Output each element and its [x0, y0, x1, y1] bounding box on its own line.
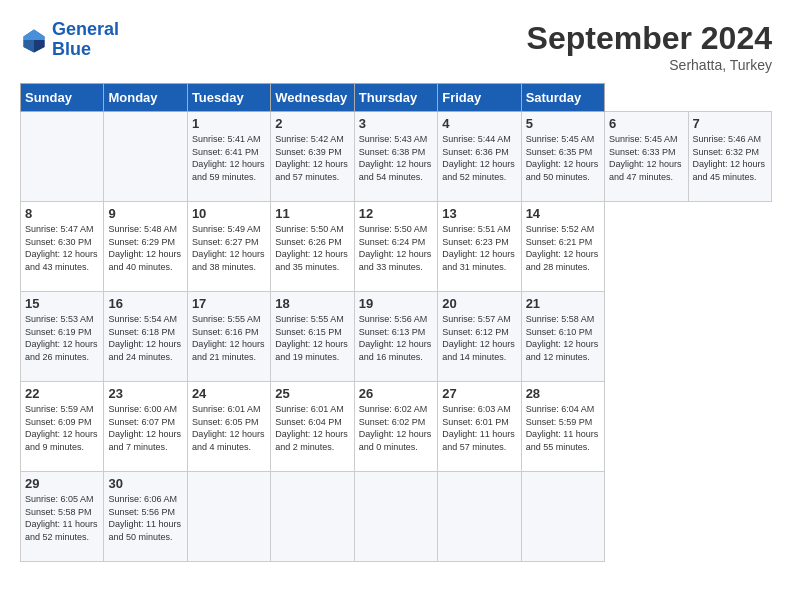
month-title: September 2024: [527, 20, 772, 57]
calendar-day-cell: 4 Sunrise: 5:44 AM Sunset: 6:36 PM Dayli…: [438, 112, 521, 202]
day-number: 23: [108, 386, 182, 401]
svg-marker-4: [24, 40, 35, 53]
day-info: Sunrise: 5:53 AM Sunset: 6:19 PM Dayligh…: [25, 313, 99, 363]
calendar-day-cell: 12 Sunrise: 5:50 AM Sunset: 6:24 PM Dayl…: [354, 202, 437, 292]
day-info: Sunrise: 5:55 AM Sunset: 6:16 PM Dayligh…: [192, 313, 266, 363]
calendar-day-cell: 10 Sunrise: 5:49 AM Sunset: 6:27 PM Dayl…: [187, 202, 270, 292]
day-info: Sunrise: 6:03 AM Sunset: 6:01 PM Dayligh…: [442, 403, 516, 453]
calendar-day-cell: 19 Sunrise: 5:56 AM Sunset: 6:13 PM Dayl…: [354, 292, 437, 382]
day-number: 19: [359, 296, 433, 311]
day-info: Sunrise: 5:56 AM Sunset: 6:13 PM Dayligh…: [359, 313, 433, 363]
calendar-day-cell: 15 Sunrise: 5:53 AM Sunset: 6:19 PM Dayl…: [21, 292, 104, 382]
calendar-day-cell: 21 Sunrise: 5:58 AM Sunset: 6:10 PM Dayl…: [521, 292, 604, 382]
calendar-day-cell: 28 Sunrise: 6:04 AM Sunset: 5:59 PM Dayl…: [521, 382, 604, 472]
day-number: 28: [526, 386, 600, 401]
calendar-day-cell: 17 Sunrise: 5:55 AM Sunset: 6:16 PM Dayl…: [187, 292, 270, 382]
calendar-week-row: 15 Sunrise: 5:53 AM Sunset: 6:19 PM Dayl…: [21, 292, 772, 382]
calendar-day-cell: 14 Sunrise: 5:52 AM Sunset: 6:21 PM Dayl…: [521, 202, 604, 292]
calendar-day-cell: 1 Sunrise: 5:41 AM Sunset: 6:41 PM Dayli…: [187, 112, 270, 202]
logo-text: General Blue: [52, 20, 119, 60]
day-info: Sunrise: 5:45 AM Sunset: 6:35 PM Dayligh…: [526, 133, 600, 183]
calendar-day-cell: [271, 472, 354, 562]
day-number: 2: [275, 116, 349, 131]
calendar-day-cell: 29 Sunrise: 6:05 AM Sunset: 5:58 PM Dayl…: [21, 472, 104, 562]
day-number: 6: [609, 116, 683, 131]
day-number: 26: [359, 386, 433, 401]
calendar-day-cell: [354, 472, 437, 562]
day-number: 18: [275, 296, 349, 311]
day-info: Sunrise: 5:54 AM Sunset: 6:18 PM Dayligh…: [108, 313, 182, 363]
svg-marker-3: [24, 29, 35, 40]
calendar-day-cell: 13 Sunrise: 5:51 AM Sunset: 6:23 PM Dayl…: [438, 202, 521, 292]
day-number: 25: [275, 386, 349, 401]
day-number: 20: [442, 296, 516, 311]
day-number: 8: [25, 206, 99, 221]
day-number: 3: [359, 116, 433, 131]
day-info: Sunrise: 5:50 AM Sunset: 6:26 PM Dayligh…: [275, 223, 349, 273]
svg-marker-2: [34, 40, 45, 53]
calendar-table: SundayMondayTuesdayWednesdayThursdayFrid…: [20, 83, 772, 562]
logo-icon: [20, 26, 48, 54]
calendar-week-row: 1 Sunrise: 5:41 AM Sunset: 6:41 PM Dayli…: [21, 112, 772, 202]
header-day: Monday: [104, 84, 187, 112]
day-info: Sunrise: 6:06 AM Sunset: 5:56 PM Dayligh…: [108, 493, 182, 543]
day-number: 13: [442, 206, 516, 221]
calendar-day-cell: 25 Sunrise: 6:01 AM Sunset: 6:04 PM Dayl…: [271, 382, 354, 472]
day-number: 11: [275, 206, 349, 221]
svg-marker-1: [34, 29, 45, 40]
day-number: 24: [192, 386, 266, 401]
day-info: Sunrise: 6:04 AM Sunset: 5:59 PM Dayligh…: [526, 403, 600, 453]
header-day: Saturday: [521, 84, 604, 112]
calendar-day-cell: [187, 472, 270, 562]
header-day: Sunday: [21, 84, 104, 112]
calendar-day-cell: [521, 472, 604, 562]
calendar-day-cell: [438, 472, 521, 562]
calendar-week-row: 8 Sunrise: 5:47 AM Sunset: 6:30 PM Dayli…: [21, 202, 772, 292]
header-day: Thursday: [354, 84, 437, 112]
day-info: Sunrise: 5:58 AM Sunset: 6:10 PM Dayligh…: [526, 313, 600, 363]
calendar-day-cell: 23 Sunrise: 6:00 AM Sunset: 6:07 PM Dayl…: [104, 382, 187, 472]
header-day: Friday: [438, 84, 521, 112]
calendar-day-cell: 6 Sunrise: 5:45 AM Sunset: 6:33 PM Dayli…: [605, 112, 688, 202]
calendar-day-cell: 8 Sunrise: 5:47 AM Sunset: 6:30 PM Dayli…: [21, 202, 104, 292]
calendar-day-cell: 27 Sunrise: 6:03 AM Sunset: 6:01 PM Dayl…: [438, 382, 521, 472]
day-info: Sunrise: 5:59 AM Sunset: 6:09 PM Dayligh…: [25, 403, 99, 453]
day-info: Sunrise: 5:49 AM Sunset: 6:27 PM Dayligh…: [192, 223, 266, 273]
day-number: 10: [192, 206, 266, 221]
title-block: September 2024 Serhatta, Turkey: [527, 20, 772, 73]
day-number: 17: [192, 296, 266, 311]
location-subtitle: Serhatta, Turkey: [527, 57, 772, 73]
day-number: 7: [693, 116, 768, 131]
day-info: Sunrise: 6:00 AM Sunset: 6:07 PM Dayligh…: [108, 403, 182, 453]
day-info: Sunrise: 5:43 AM Sunset: 6:38 PM Dayligh…: [359, 133, 433, 183]
day-number: 12: [359, 206, 433, 221]
calendar-day-cell: 16 Sunrise: 5:54 AM Sunset: 6:18 PM Dayl…: [104, 292, 187, 382]
day-number: 22: [25, 386, 99, 401]
day-number: 27: [442, 386, 516, 401]
logo: General Blue: [20, 20, 119, 60]
day-info: Sunrise: 6:02 AM Sunset: 6:02 PM Dayligh…: [359, 403, 433, 453]
calendar-day-cell: 26 Sunrise: 6:02 AM Sunset: 6:02 PM Dayl…: [354, 382, 437, 472]
header-day: Tuesday: [187, 84, 270, 112]
empty-cell: [104, 112, 187, 202]
day-info: Sunrise: 5:48 AM Sunset: 6:29 PM Dayligh…: [108, 223, 182, 273]
calendar-day-cell: 9 Sunrise: 5:48 AM Sunset: 6:29 PM Dayli…: [104, 202, 187, 292]
day-info: Sunrise: 5:44 AM Sunset: 6:36 PM Dayligh…: [442, 133, 516, 183]
day-info: Sunrise: 6:05 AM Sunset: 5:58 PM Dayligh…: [25, 493, 99, 543]
day-number: 14: [526, 206, 600, 221]
header-day: Wednesday: [271, 84, 354, 112]
day-info: Sunrise: 5:51 AM Sunset: 6:23 PM Dayligh…: [442, 223, 516, 273]
day-number: 29: [25, 476, 99, 491]
day-info: Sunrise: 5:45 AM Sunset: 6:33 PM Dayligh…: [609, 133, 683, 183]
calendar-day-cell: 11 Sunrise: 5:50 AM Sunset: 6:26 PM Dayl…: [271, 202, 354, 292]
day-number: 1: [192, 116, 266, 131]
day-info: Sunrise: 5:55 AM Sunset: 6:15 PM Dayligh…: [275, 313, 349, 363]
day-info: Sunrise: 5:52 AM Sunset: 6:21 PM Dayligh…: [526, 223, 600, 273]
day-info: Sunrise: 5:50 AM Sunset: 6:24 PM Dayligh…: [359, 223, 433, 273]
calendar-week-row: 22 Sunrise: 5:59 AM Sunset: 6:09 PM Dayl…: [21, 382, 772, 472]
calendar-day-cell: 18 Sunrise: 5:55 AM Sunset: 6:15 PM Dayl…: [271, 292, 354, 382]
day-number: 21: [526, 296, 600, 311]
empty-cell: [21, 112, 104, 202]
calendar-day-cell: 22 Sunrise: 5:59 AM Sunset: 6:09 PM Dayl…: [21, 382, 104, 472]
day-number: 4: [442, 116, 516, 131]
